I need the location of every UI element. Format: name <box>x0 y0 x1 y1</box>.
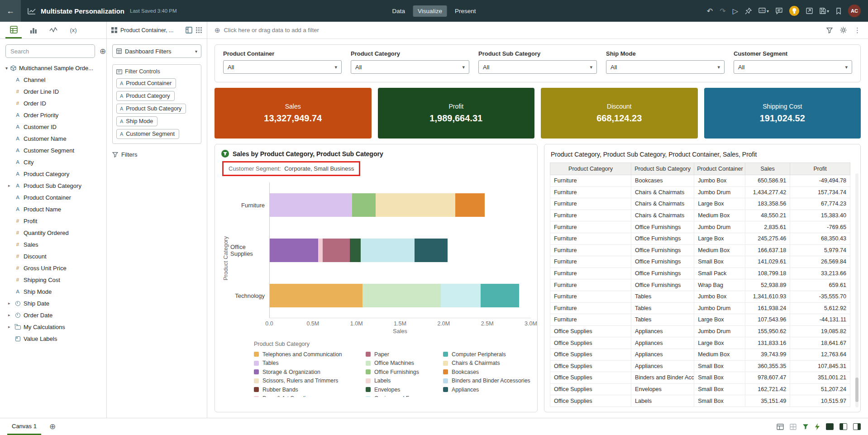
table-row[interactable]: Office Supplies Envelopes Small Box 162,… <box>550 383 850 395</box>
column-header[interactable]: Product Container <box>694 163 745 175</box>
bar-segment[interactable] <box>270 239 318 262</box>
table-scrollbar[interactable] <box>855 173 858 407</box>
table-row[interactable]: Furniture Tables Jumbo Box 1,341,610.93 … <box>550 291 850 302</box>
bar-segment[interactable] <box>270 193 352 217</box>
legend-entry[interactable]: Envelopes <box>366 385 431 394</box>
mode-tab[interactable]: Visualize <box>413 5 447 17</box>
field-item[interactable]: A Product Category <box>0 168 106 180</box>
highlighted-filter-annotation[interactable]: Customer Segment: Corporate, Small Busin… <box>222 161 360 176</box>
table-row[interactable]: Furniture Chairs & Chairmats Large Box 1… <box>550 198 850 210</box>
legend-entry[interactable]: Binders and Binder Accessories <box>443 377 531 386</box>
scrollbar-thumb[interactable] <box>855 378 858 402</box>
legend-entry[interactable]: Rubber Bands <box>254 385 354 394</box>
layout-toggle-icon[interactable] <box>186 27 192 33</box>
dashboard-filters-select[interactable]: Dashboard Filters ▾ <box>112 44 201 58</box>
bar-segment[interactable] <box>350 239 361 262</box>
table-row[interactable]: Office Supplies Appliances Small Box 360… <box>550 360 850 372</box>
bar-segment[interactable] <box>481 284 519 307</box>
legend-entry[interactable]: Telephones and Communication <box>254 350 354 359</box>
table-row[interactable]: Office Supplies Binders and Binder Acces… <box>550 372 850 384</box>
bookmark-icon[interactable] <box>836 8 841 14</box>
column-header[interactable]: Sales <box>745 163 790 175</box>
legend-entry[interactable]: Computer Peripherals <box>443 350 531 359</box>
legend-entry[interactable]: Storage & Organization <box>254 368 354 377</box>
legend-entry[interactable]: Appliances <box>443 385 531 394</box>
field-item[interactable]: ▸ A Product Sub Category <box>0 180 106 191</box>
table-row[interactable]: Furniture Chairs & Chairmats Jumbo Drum … <box>550 186 850 198</box>
bar-segment[interactable] <box>352 193 376 217</box>
kpi-tile[interactable]: Sales 13,327,949.74 <box>215 88 372 139</box>
bar-segment[interactable] <box>323 239 350 262</box>
preview-play-icon[interactable]: ▷ <box>733 7 738 15</box>
undo-icon[interactable]: ↶ <box>707 7 713 15</box>
dashboard-filter-select[interactable]: All ▾ <box>478 60 597 74</box>
legend-entry[interactable]: Chairs & Chairmats <box>443 359 531 368</box>
bar-segment[interactable] <box>376 193 455 217</box>
avatar[interactable]: AC <box>848 5 861 17</box>
field-item[interactable]: # Discount <box>0 250 106 262</box>
grid-snap-icon[interactable] <box>790 424 796 430</box>
edit-filters-icon[interactable] <box>802 424 809 430</box>
redo-icon[interactable]: ↷ <box>720 7 725 15</box>
filter-control-chip[interactable]: A Ship Mode <box>116 116 157 126</box>
dashboard-filter-select[interactable]: All ▾ <box>351 60 469 74</box>
kpi-tile[interactable]: Profit 1,989,664.31 <box>378 88 535 139</box>
data-settings-gear-icon[interactable] <box>840 27 847 33</box>
limit-values-funnel-icon[interactable] <box>826 27 833 33</box>
field-item[interactable]: ▸ Ship Date <box>0 297 106 309</box>
expand-caret-icon[interactable]: ▸ <box>8 325 14 329</box>
table-row[interactable]: Office Supplies Appliances Medium Box 39… <box>550 349 850 360</box>
grid-toggle-icon[interactable] <box>196 27 202 33</box>
tab-data[interactable] <box>5 22 22 38</box>
add-filter-hint[interactable]: Click here or drag data to add a filter <box>224 27 319 33</box>
bar-chart-card[interactable]: Sales by Product Category, Product Sub C… <box>215 144 538 412</box>
filter-control-chip[interactable]: A Product Container <box>116 78 176 88</box>
field-item[interactable]: # Gross Unit Price <box>0 262 106 274</box>
field-item[interactable]: A Channel <box>0 74 106 86</box>
comments-icon[interactable] <box>776 8 782 14</box>
field-item[interactable]: ▸ Order Date <box>0 309 106 321</box>
field-item[interactable]: A Product Container <box>0 191 106 203</box>
legend-entry[interactable]: Bookcases <box>443 368 531 377</box>
table-row[interactable]: Furniture Bookcases Jumbo Box 650,586.91… <box>550 175 850 187</box>
dashboard-filter-select[interactable]: All ▾ <box>606 60 725 74</box>
legend-entry[interactable]: Office Machines <box>366 359 431 368</box>
save-icon[interactable]: ▾ <box>820 8 829 14</box>
filters-section[interactable]: Filters <box>112 151 201 158</box>
field-item[interactable]: Value Labels <box>0 333 106 344</box>
field-item[interactable]: A Product Name <box>0 203 106 215</box>
expand-caret-icon[interactable]: ▸ <box>8 183 14 188</box>
bar-segment[interactable] <box>361 239 415 262</box>
filter-indicator-icon[interactable] <box>221 150 229 158</box>
field-item[interactable]: A Order Priority <box>0 109 106 121</box>
table-row[interactable]: Furniture Office Furnishings Medium Box … <box>550 244 850 256</box>
legend-entry[interactable]: Scissors, Rulers and Trimmers <box>254 377 354 386</box>
field-item[interactable]: A Customer Name <box>0 133 106 144</box>
canvas-tab[interactable]: Canvas 1 <box>7 418 41 435</box>
bar-segment[interactable] <box>362 284 441 307</box>
table-row[interactable]: Furniture Office Furnishings Small Box 1… <box>550 256 850 268</box>
bar-segment[interactable] <box>455 193 485 217</box>
table-row[interactable]: Furniture Tables Large Box 107,543.96 -4… <box>550 314 850 326</box>
legend-entry[interactable]: Copiers and Fax <box>366 394 431 397</box>
add-canvas-icon[interactable]: ⊕ <box>49 422 56 431</box>
kpi-tile[interactable]: Discount 668,124.23 <box>541 88 698 139</box>
table-row[interactable]: Furniture Office Furnishings Wrap Bag 52… <box>550 279 850 291</box>
expand-caret-icon[interactable]: ▸ <box>8 301 14 306</box>
insights-bulb-icon[interactable] <box>789 6 799 16</box>
field-item[interactable]: # Shipping Cost <box>0 274 106 286</box>
tab-parameters[interactable]: (x) <box>65 22 81 38</box>
bar-segment[interactable] <box>318 239 323 262</box>
kpi-tile[interactable]: Shipping Cost 191,024.52 <box>704 88 861 139</box>
dashboard-filter-select[interactable]: All ▾ <box>734 60 852 74</box>
bar-segment[interactable] <box>270 284 362 307</box>
legend-entry[interactable]: Paper <box>366 350 431 359</box>
column-header[interactable]: Profit <box>790 163 850 175</box>
panel-layout-split-icon[interactable] <box>839 423 847 430</box>
tab-visualizations[interactable] <box>25 22 42 38</box>
legend-entry[interactable]: Office Furnishings <box>366 368 431 377</box>
table-row[interactable]: Furniture Tables Jumbo Drum 161,938.24 5… <box>550 302 850 314</box>
legend-entry[interactable]: Tables <box>254 359 354 368</box>
column-header[interactable]: Product Category <box>550 163 631 175</box>
column-header[interactable]: Product Sub Category <box>631 163 694 175</box>
